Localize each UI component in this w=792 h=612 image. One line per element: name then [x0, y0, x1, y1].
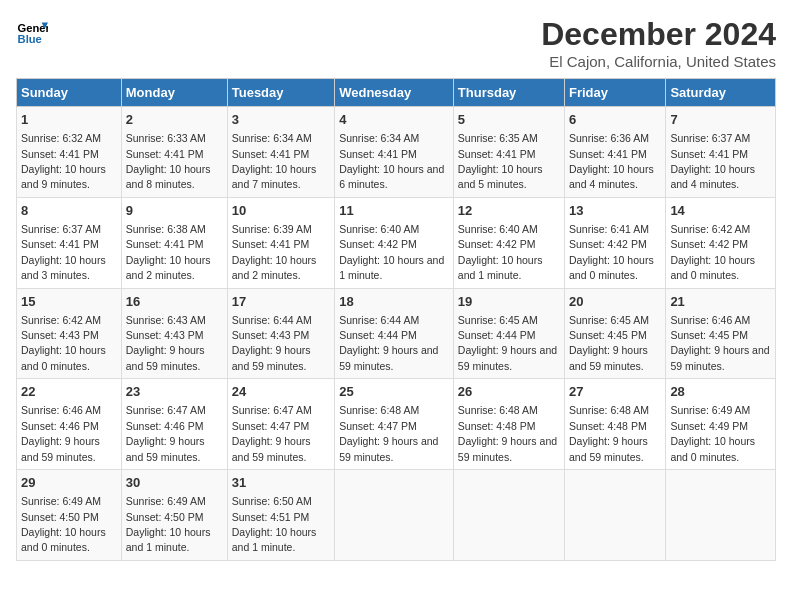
day-number: 28	[670, 383, 771, 401]
sunrise-text: Sunrise: 6:47 AM	[126, 404, 206, 416]
sunset-text: Sunset: 4:51 PM	[232, 511, 310, 523]
sunrise-text: Sunrise: 6:36 AM	[569, 132, 649, 144]
sunset-text: Sunset: 4:41 PM	[126, 148, 204, 160]
day-cell: 17Sunrise: 6:44 AMSunset: 4:43 PMDayligh…	[227, 288, 334, 379]
sunset-text: Sunset: 4:44 PM	[339, 329, 417, 341]
day-number: 13	[569, 202, 661, 220]
sunrise-text: Sunrise: 6:34 AM	[339, 132, 419, 144]
day-cell	[335, 470, 454, 561]
sunrise-text: Sunrise: 6:49 AM	[21, 495, 101, 507]
svg-text:Blue: Blue	[18, 33, 42, 45]
day-cell: 7Sunrise: 6:37 AMSunset: 4:41 PMDaylight…	[666, 107, 776, 198]
sunrise-text: Sunrise: 6:44 AM	[339, 314, 419, 326]
sunrise-text: Sunrise: 6:48 AM	[569, 404, 649, 416]
sunset-text: Sunset: 4:41 PM	[232, 148, 310, 160]
sunset-text: Sunset: 4:41 PM	[339, 148, 417, 160]
logo: General Blue	[16, 16, 48, 48]
day-number: 31	[232, 474, 330, 492]
sunrise-text: Sunrise: 6:46 AM	[670, 314, 750, 326]
day-cell: 28Sunrise: 6:49 AMSunset: 4:49 PMDayligh…	[666, 379, 776, 470]
title-block: December 2024 El Cajon, California, Unit…	[541, 16, 776, 70]
day-number: 29	[21, 474, 117, 492]
day-number: 15	[21, 293, 117, 311]
day-cell	[453, 470, 564, 561]
column-header-friday: Friday	[565, 79, 666, 107]
daylight-text: Daylight: 10 hours and 0 minutes.	[670, 435, 755, 462]
sunrise-text: Sunrise: 6:33 AM	[126, 132, 206, 144]
day-cell: 29Sunrise: 6:49 AMSunset: 4:50 PMDayligh…	[17, 470, 122, 561]
day-cell	[565, 470, 666, 561]
day-number: 26	[458, 383, 560, 401]
sunrise-text: Sunrise: 6:37 AM	[670, 132, 750, 144]
sunset-text: Sunset: 4:45 PM	[670, 329, 748, 341]
sunrise-text: Sunrise: 6:40 AM	[339, 223, 419, 235]
day-number: 21	[670, 293, 771, 311]
day-cell: 3Sunrise: 6:34 AMSunset: 4:41 PMDaylight…	[227, 107, 334, 198]
day-number: 8	[21, 202, 117, 220]
day-cell: 13Sunrise: 6:41 AMSunset: 4:42 PMDayligh…	[565, 197, 666, 288]
day-number: 10	[232, 202, 330, 220]
column-header-tuesday: Tuesday	[227, 79, 334, 107]
daylight-text: Daylight: 9 hours and 59 minutes.	[339, 435, 438, 462]
column-header-thursday: Thursday	[453, 79, 564, 107]
day-cell: 11Sunrise: 6:40 AMSunset: 4:42 PMDayligh…	[335, 197, 454, 288]
sunrise-text: Sunrise: 6:49 AM	[126, 495, 206, 507]
daylight-text: Daylight: 10 hours and 3 minutes.	[21, 254, 106, 281]
day-cell: 25Sunrise: 6:48 AMSunset: 4:47 PMDayligh…	[335, 379, 454, 470]
day-cell: 18Sunrise: 6:44 AMSunset: 4:44 PMDayligh…	[335, 288, 454, 379]
daylight-text: Daylight: 9 hours and 59 minutes.	[569, 344, 648, 371]
week-row-2: 8Sunrise: 6:37 AMSunset: 4:41 PMDaylight…	[17, 197, 776, 288]
sunset-text: Sunset: 4:45 PM	[569, 329, 647, 341]
sunset-text: Sunset: 4:43 PM	[126, 329, 204, 341]
daylight-text: Daylight: 10 hours and 0 minutes.	[21, 344, 106, 371]
day-number: 24	[232, 383, 330, 401]
sunset-text: Sunset: 4:46 PM	[126, 420, 204, 432]
sunrise-text: Sunrise: 6:40 AM	[458, 223, 538, 235]
sunrise-text: Sunrise: 6:46 AM	[21, 404, 101, 416]
calendar-header: SundayMondayTuesdayWednesdayThursdayFrid…	[17, 79, 776, 107]
day-number: 22	[21, 383, 117, 401]
day-number: 4	[339, 111, 449, 129]
daylight-text: Daylight: 9 hours and 59 minutes.	[569, 435, 648, 462]
day-number: 12	[458, 202, 560, 220]
daylight-text: Daylight: 9 hours and 59 minutes.	[126, 435, 205, 462]
day-cell: 22Sunrise: 6:46 AMSunset: 4:46 PMDayligh…	[17, 379, 122, 470]
column-header-saturday: Saturday	[666, 79, 776, 107]
calendar-table: SundayMondayTuesdayWednesdayThursdayFrid…	[16, 78, 776, 561]
day-number: 18	[339, 293, 449, 311]
column-header-sunday: Sunday	[17, 79, 122, 107]
daylight-text: Daylight: 10 hours and 9 minutes.	[21, 163, 106, 190]
week-row-1: 1Sunrise: 6:32 AMSunset: 4:41 PMDaylight…	[17, 107, 776, 198]
sunset-text: Sunset: 4:42 PM	[670, 238, 748, 250]
sunrise-text: Sunrise: 6:49 AM	[670, 404, 750, 416]
day-number: 25	[339, 383, 449, 401]
day-cell: 2Sunrise: 6:33 AMSunset: 4:41 PMDaylight…	[121, 107, 227, 198]
daylight-text: Daylight: 10 hours and 1 minute.	[458, 254, 543, 281]
header-row: SundayMondayTuesdayWednesdayThursdayFrid…	[17, 79, 776, 107]
day-cell: 1Sunrise: 6:32 AMSunset: 4:41 PMDaylight…	[17, 107, 122, 198]
day-number: 7	[670, 111, 771, 129]
day-number: 14	[670, 202, 771, 220]
sunrise-text: Sunrise: 6:32 AM	[21, 132, 101, 144]
day-cell: 26Sunrise: 6:48 AMSunset: 4:48 PMDayligh…	[453, 379, 564, 470]
day-cell	[666, 470, 776, 561]
sunrise-text: Sunrise: 6:39 AM	[232, 223, 312, 235]
day-cell: 30Sunrise: 6:49 AMSunset: 4:50 PMDayligh…	[121, 470, 227, 561]
sunrise-text: Sunrise: 6:41 AM	[569, 223, 649, 235]
daylight-text: Daylight: 10 hours and 0 minutes.	[670, 254, 755, 281]
day-cell: 8Sunrise: 6:37 AMSunset: 4:41 PMDaylight…	[17, 197, 122, 288]
day-cell: 31Sunrise: 6:50 AMSunset: 4:51 PMDayligh…	[227, 470, 334, 561]
sunset-text: Sunset: 4:47 PM	[232, 420, 310, 432]
day-cell: 12Sunrise: 6:40 AMSunset: 4:42 PMDayligh…	[453, 197, 564, 288]
sunrise-text: Sunrise: 6:45 AM	[569, 314, 649, 326]
day-cell: 9Sunrise: 6:38 AMSunset: 4:41 PMDaylight…	[121, 197, 227, 288]
subtitle: El Cajon, California, United States	[541, 53, 776, 70]
sunrise-text: Sunrise: 6:45 AM	[458, 314, 538, 326]
day-cell: 16Sunrise: 6:43 AMSunset: 4:43 PMDayligh…	[121, 288, 227, 379]
day-number: 19	[458, 293, 560, 311]
sunrise-text: Sunrise: 6:44 AM	[232, 314, 312, 326]
sunrise-text: Sunrise: 6:48 AM	[339, 404, 419, 416]
week-row-4: 22Sunrise: 6:46 AMSunset: 4:46 PMDayligh…	[17, 379, 776, 470]
sunrise-text: Sunrise: 6:43 AM	[126, 314, 206, 326]
day-number: 27	[569, 383, 661, 401]
